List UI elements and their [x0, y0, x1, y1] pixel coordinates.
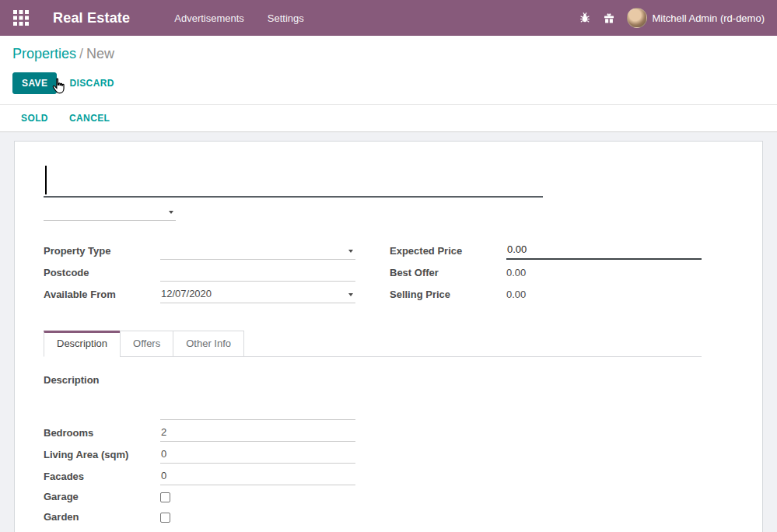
form-statusbar: SOLD CANCEL: [0, 104, 777, 132]
facades-label: Facades: [44, 471, 160, 485]
bedrooms-input[interactable]: [160, 424, 355, 442]
garden-label: Garden: [44, 511, 160, 526]
save-button[interactable]: SAVE: [12, 72, 57, 94]
navbar-right: Mitchell Admin (rd-demo): [579, 8, 765, 28]
right-field-column: Expected Price Best Offer 0.00 Selling P…: [390, 239, 702, 304]
top-navbar: Real Estate Advertisements Settings Mitc…: [0, 0, 777, 36]
bug-icon[interactable]: [579, 12, 592, 25]
control-panel-buttons: SAVE DISCARD: [12, 72, 765, 94]
property-tags-block: [44, 203, 176, 221]
description-section-label: Description: [44, 374, 702, 386]
living-area-input[interactable]: [160, 446, 355, 464]
tab-description[interactable]: Description: [44, 331, 120, 357]
breadcrumb: Properties/New: [12, 44, 765, 65]
tab-other-info[interactable]: Other Info: [173, 331, 244, 356]
field-row-available-from: Available From: [44, 282, 390, 303]
discard-button[interactable]: DISCARD: [69, 78, 114, 89]
property-name-input[interactable]: [44, 163, 543, 198]
field-row-property-type: Property Type: [44, 239, 390, 260]
field-row-selling-price: Selling Price 0.00: [390, 282, 702, 303]
garden-checkbox[interactable]: [160, 513, 170, 523]
user-menu[interactable]: Mitchell Admin (rd-demo): [627, 8, 765, 28]
user-avatar: [627, 8, 647, 28]
selling-price-label: Selling Price: [390, 289, 506, 303]
field-row-garage: Garage: [44, 486, 702, 506]
main-menu: Advertisements Settings: [163, 2, 316, 35]
postcode-input[interactable]: [160, 264, 355, 282]
app-title[interactable]: Real Estate: [53, 10, 130, 26]
expected-price-label: Expected Price: [390, 245, 506, 260]
content-area: Property Type Postcode Available From: [0, 132, 777, 532]
menu-settings[interactable]: Settings: [256, 2, 316, 35]
field-row-garden-area: Garden Area (sqm): [44, 527, 702, 532]
best-offer-value: 0.00: [506, 267, 526, 282]
chevron-down-icon[interactable]: [348, 293, 353, 296]
menu-advertisements[interactable]: Advertisements: [163, 2, 256, 35]
property-type-label: Property Type: [44, 245, 160, 260]
description-spacer: [44, 417, 160, 420]
field-row-living-area: Living Area (sqm): [44, 443, 702, 464]
available-from-label: Available From: [44, 289, 160, 303]
bedrooms-label: Bedrooms: [44, 427, 160, 442]
left-field-column: Property Type Postcode Available From: [44, 239, 390, 304]
field-row-bedrooms: Bedrooms: [44, 421, 702, 442]
gift-icon[interactable]: [603, 12, 616, 25]
available-from-input[interactable]: [160, 285, 355, 303]
breadcrumb-properties-link[interactable]: Properties: [12, 46, 76, 61]
user-name: Mitchell Admin (rd-demo): [653, 12, 765, 24]
field-row-facades: Facades: [44, 464, 702, 485]
property-tags-input[interactable]: [44, 203, 176, 221]
field-row-best-offer: Best Offer 0.00: [390, 261, 702, 282]
sold-button[interactable]: SOLD: [21, 113, 48, 124]
chevron-down-icon[interactable]: [348, 250, 353, 253]
breadcrumb-separator: /: [76, 46, 86, 61]
expected-price-input[interactable]: [506, 242, 702, 260]
garage-checkbox[interactable]: [160, 492, 170, 502]
field-row-garden: Garden: [44, 506, 702, 526]
property-type-input[interactable]: [160, 242, 355, 260]
control-panel: Properties/New SAVE DISCARD: [0, 36, 777, 104]
apps-menu-icon[interactable]: [12, 9, 30, 26]
cancel-button[interactable]: CANCEL: [69, 113, 110, 124]
field-row-expected-price: Expected Price: [390, 239, 702, 260]
field-row-postcode: Postcode: [44, 261, 390, 282]
main-field-group: Property Type Postcode Available From: [44, 239, 702, 304]
property-name-block: [44, 163, 543, 198]
breadcrumb-current: New: [86, 46, 114, 61]
notebook-tabs: Description Offers Other Info: [44, 331, 702, 357]
tab-offers[interactable]: Offers: [120, 331, 173, 356]
form-sheet: Property Type Postcode Available From: [14, 141, 763, 532]
garage-label: Garage: [44, 491, 160, 506]
field-row-description: [44, 399, 702, 420]
facades-input[interactable]: [160, 467, 355, 485]
best-offer-label: Best Offer: [390, 267, 506, 282]
chevron-down-icon[interactable]: [169, 211, 173, 214]
selling-price-value: 0.00: [506, 289, 526, 303]
postcode-label: Postcode: [44, 267, 160, 282]
description-tab-page: Description Bedrooms Living Area (sqm): [44, 357, 702, 532]
living-area-label: Living Area (sqm): [44, 449, 160, 464]
text-caret: [45, 166, 47, 194]
description-input[interactable]: [160, 402, 355, 420]
